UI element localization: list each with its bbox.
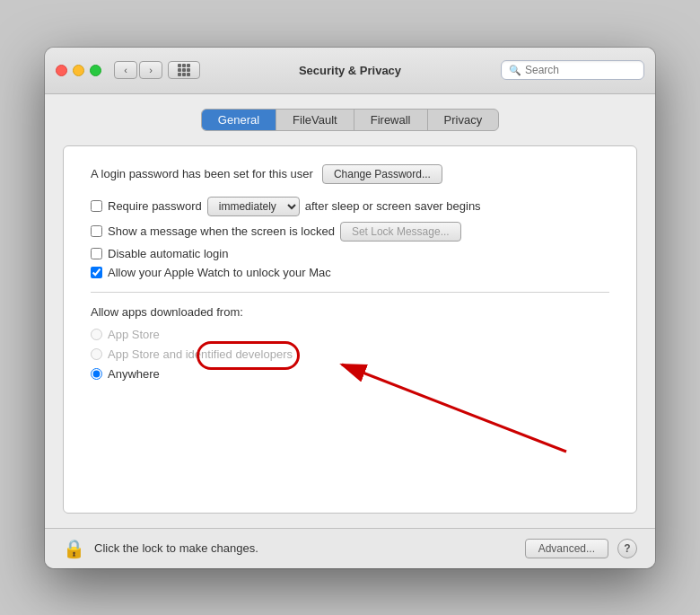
login-password-text: A login password has been set for this u…: [91, 167, 313, 180]
maximize-button[interactable]: [90, 65, 101, 76]
search-input[interactable]: [525, 64, 636, 76]
settings-panel: A login password has been set for this u…: [63, 145, 637, 514]
traffic-lights: [56, 65, 101, 76]
require-password-label: Require password: [108, 199, 202, 213]
apple-watch-label: Allow your Apple Watch to unlock your Ma…: [108, 266, 331, 279]
bottom-bar: 🔒 Click the lock to make changes. Advanc…: [45, 528, 655, 568]
tab-firewall[interactable]: Firewall: [354, 110, 428, 130]
tab-filevault[interactable]: FileVault: [276, 110, 354, 130]
disable-login-row: Disable automatic login: [91, 247, 609, 260]
content-area: General FileVault Firewall Privacy A log…: [45, 94, 655, 528]
anywhere-label: Anywhere: [108, 367, 160, 381]
disable-login-label: Disable automatic login: [108, 247, 228, 260]
app-store-identified-radio[interactable]: [91, 348, 102, 360]
anywhere-radio[interactable]: [91, 368, 102, 380]
back-button[interactable]: ‹: [114, 61, 137, 79]
allow-apps-label: Allow apps downloaded from:: [91, 305, 609, 319]
show-message-label: Show a message when the screen is locked: [108, 224, 335, 238]
search-icon: 🔍: [509, 65, 521, 76]
tab-privacy[interactable]: Privacy: [428, 110, 499, 130]
after-sleep-text: after sleep or screen saver begins: [305, 199, 481, 213]
forward-button[interactable]: ›: [139, 61, 162, 79]
change-password-button[interactable]: Change Password...: [322, 164, 442, 184]
window-title: Security & Privacy: [299, 64, 401, 77]
advanced-button[interactable]: Advanced...: [525, 539, 608, 558]
app-grid-button[interactable]: [168, 61, 200, 79]
tab-bar: General FileVault Firewall Privacy: [63, 109, 637, 131]
titlebar: ‹ › Security & Privacy 🔍: [45, 48, 655, 94]
disable-login-checkbox[interactable]: [91, 248, 102, 259]
search-box[interactable]: 🔍: [501, 60, 644, 80]
grid-icon: [178, 64, 190, 76]
app-store-radio[interactable]: [91, 329, 102, 340]
app-store-identified-label: App Store and identified developers: [108, 347, 293, 361]
main-window: ‹ › Security & Privacy 🔍 General FileVau…: [45, 48, 655, 568]
apple-watch-row: Allow your Apple Watch to unlock your Ma…: [91, 266, 609, 279]
lock-icon: 🔒: [63, 538, 85, 559]
app-store-label: App Store: [108, 328, 160, 341]
apple-watch-checkbox[interactable]: [91, 267, 102, 278]
app-store-radio-row: App Store: [91, 328, 609, 341]
login-password-row: A login password has been set for this u…: [91, 164, 609, 184]
nav-buttons: ‹ ›: [114, 61, 162, 79]
tab-general[interactable]: General: [202, 110, 276, 130]
forward-icon: ›: [149, 65, 153, 75]
lock-text: Click the lock to make changes.: [94, 541, 516, 555]
show-message-checkbox[interactable]: [91, 225, 102, 237]
help-button[interactable]: ?: [617, 539, 637, 558]
minimize-button[interactable]: [73, 65, 84, 76]
back-icon: ‹: [124, 65, 127, 75]
close-button[interactable]: [56, 65, 67, 76]
require-password-dropdown[interactable]: immediately: [207, 197, 300, 216]
require-password-checkbox[interactable]: [91, 200, 102, 212]
tab-group: General FileVault Firewall Privacy: [201, 109, 499, 131]
set-lock-message-button[interactable]: Set Lock Message...: [340, 222, 461, 242]
require-password-row: Require password immediately after sleep…: [91, 197, 609, 216]
anywhere-radio-row: Anywhere: [91, 367, 609, 381]
app-store-identified-radio-row: App Store and identified developers: [91, 347, 609, 361]
section-divider: [91, 292, 609, 293]
show-message-row: Show a message when the screen is locked…: [91, 222, 609, 242]
